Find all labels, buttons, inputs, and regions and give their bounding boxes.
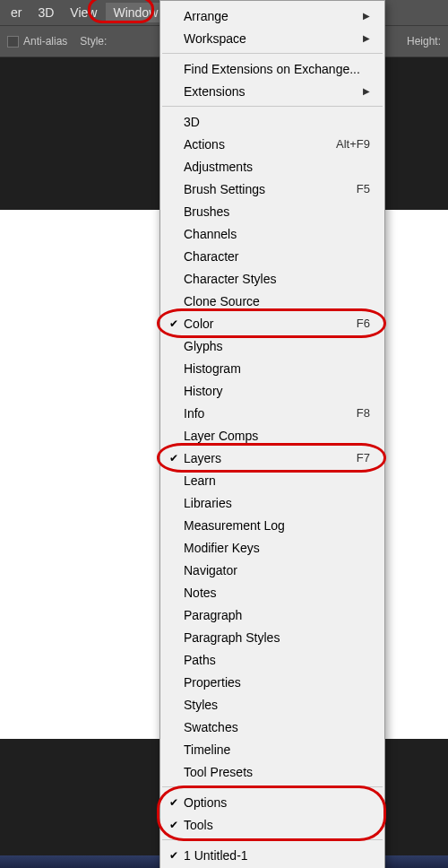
menu-item-label: Extensions: [182, 84, 363, 99]
menu-item-label: Timeline: [182, 742, 370, 757]
menu-item-label: Paths: [182, 653, 370, 667]
checkmark-icon: ✔: [166, 317, 182, 330]
menu-item-label: Clone Source: [182, 294, 370, 308]
menu-item-label: Options: [182, 795, 370, 810]
menu-item-channels[interactable]: Channels: [160, 222, 384, 245]
menu-item-label: Notes: [182, 586, 370, 600]
style-label: Style:: [80, 35, 107, 48]
menu-item-options[interactable]: ✔Options: [160, 791, 384, 813]
menu-item-label: Modifier Keys: [182, 541, 370, 555]
submenu-arrow-icon: ▶: [363, 11, 370, 21]
style-field[interactable]: Style:: [80, 35, 107, 48]
menu-item-history[interactable]: History: [160, 379, 384, 402]
menu-shortcut: F5: [357, 182, 370, 195]
menu-item-label: Styles: [182, 698, 370, 712]
menu-item-3d[interactable]: 3D: [160, 110, 384, 133]
menu-item-label: Brush Settings: [182, 182, 357, 196]
menu-item-layer-comps[interactable]: Layer Comps: [160, 424, 384, 447]
menu-item-label: Tool Presets: [182, 765, 370, 779]
menu-item-label: Properties: [182, 675, 370, 690]
menu-item-info[interactable]: InfoF8: [160, 402, 384, 424]
menu-item-extensions[interactable]: Extensions▶: [160, 80, 384, 102]
checkmark-icon: ✔: [166, 849, 182, 862]
menu-separator: [162, 786, 383, 787]
menu-item-brush-settings[interactable]: Brush SettingsF5: [160, 178, 384, 200]
menu-item-workspace[interactable]: Workspace▶: [160, 27, 384, 49]
menu-shortcut: F7: [357, 451, 370, 464]
menu-item-label: Navigator: [182, 563, 370, 577]
menu-item-label: Character: [182, 249, 370, 264]
menubar-item-3d[interactable]: 3D: [30, 3, 61, 22]
menu-item-label: Info: [182, 406, 357, 421]
menu-item-notes[interactable]: Notes: [160, 581, 384, 603]
menu-item-find-extensions-on-exchange[interactable]: Find Extensions on Exchange...: [160, 57, 384, 80]
menubar-item-view[interactable]: View: [63, 3, 104, 22]
checkmark-icon: ✔: [166, 819, 182, 831]
window-menu: Arrange▶Workspace▶Find Extensions on Exc…: [159, 0, 385, 868]
menu-item-label: Brushes: [182, 204, 370, 219]
menu-shortcut: Alt+F9: [336, 137, 370, 151]
menu-item-label: Libraries: [182, 496, 370, 510]
menu-item-paths[interactable]: Paths: [160, 648, 384, 671]
menu-item-brushes[interactable]: Brushes: [160, 200, 384, 222]
menu-item-measurement-log[interactable]: Measurement Log: [160, 514, 384, 536]
menu-item-tool-presets[interactable]: Tool Presets: [160, 760, 384, 783]
menu-item-label: Tools: [182, 818, 370, 832]
menu-shortcut: F8: [357, 406, 370, 420]
menu-item-label: Arrange: [182, 9, 363, 23]
menu-item-layers[interactable]: ✔LayersF7: [160, 447, 384, 469]
menubar-item-window[interactable]: Window: [106, 3, 165, 22]
anti-alias-checkbox[interactable]: Anti-alias: [7, 35, 67, 48]
menu-item-properties[interactable]: Properties: [160, 671, 384, 693]
menu-item-styles[interactable]: Styles: [160, 693, 384, 716]
menu-item-timeline[interactable]: Timeline: [160, 738, 384, 760]
menu-item-learn[interactable]: Learn: [160, 469, 384, 491]
menu-item-arrange[interactable]: Arrange▶: [160, 4, 384, 27]
menu-item-label: Character Styles: [182, 272, 370, 286]
menu-item-label: Learn: [182, 473, 370, 488]
menu-item-character-styles[interactable]: Character Styles: [160, 267, 384, 290]
menu-item-navigator[interactable]: Navigator: [160, 559, 384, 581]
menu-item-adjustments[interactable]: Adjustments: [160, 155, 384, 178]
menu-item-label: Adjustments: [182, 160, 370, 174]
menu-item-label: Layer Comps: [182, 429, 370, 443]
menubar-item-er[interactable]: er: [4, 3, 29, 22]
menu-item-label: 3D: [182, 115, 370, 129]
menu-item-character[interactable]: Character: [160, 245, 384, 267]
menu-item-label: Measurement Log: [182, 518, 370, 533]
menu-item-libraries[interactable]: Libraries: [160, 491, 384, 514]
anti-alias-label: Anti-alias: [23, 35, 67, 48]
checkmark-icon: ✔: [166, 452, 182, 464]
menu-item-tools[interactable]: ✔Tools: [160, 813, 384, 836]
menu-item-glyphs[interactable]: Glyphs: [160, 334, 384, 357]
menu-item-label: Swatches: [182, 720, 370, 734]
menu-item-label: Color: [182, 317, 357, 331]
menu-separator: [162, 106, 383, 107]
submenu-arrow-icon: ▶: [363, 86, 370, 96]
menu-separator: [162, 53, 383, 54]
menu-item-label: Workspace: [182, 31, 363, 46]
menu-item-label: History: [182, 384, 370, 398]
menu-item-label: Paragraph: [182, 608, 370, 622]
menu-item-swatches[interactable]: Swatches: [160, 716, 384, 738]
height-label: Height:: [407, 35, 441, 48]
menu-item-paragraph-styles[interactable]: Paragraph Styles: [160, 626, 384, 648]
menu-item-color[interactable]: ✔ColorF6: [160, 312, 384, 334]
menu-item-label: Glyphs: [182, 339, 370, 353]
menu-item-paragraph[interactable]: Paragraph: [160, 603, 384, 626]
menu-item-label: Histogram: [182, 361, 370, 376]
menu-item-histogram[interactable]: Histogram: [160, 357, 384, 379]
menu-item-label: Layers: [182, 451, 357, 465]
menu-separator: [162, 839, 383, 840]
checkmark-icon: ✔: [166, 796, 182, 809]
menu-item-modifier-keys[interactable]: Modifier Keys: [160, 536, 384, 559]
menu-item-label: Channels: [182, 227, 370, 241]
menu-item-label: 1 Untitled-1: [182, 848, 370, 863]
menu-item-clone-source[interactable]: Clone Source: [160, 290, 384, 312]
menu-item-label: Actions: [182, 137, 336, 152]
menu-item-1-untitled-1[interactable]: ✔1 Untitled-1: [160, 844, 384, 866]
menu-shortcut: F6: [357, 317, 370, 330]
menu-item-actions[interactable]: ActionsAlt+F9: [160, 133, 384, 155]
menu-item-label: Find Extensions on Exchange...: [182, 62, 370, 76]
checkbox-box-icon: [7, 36, 19, 48]
